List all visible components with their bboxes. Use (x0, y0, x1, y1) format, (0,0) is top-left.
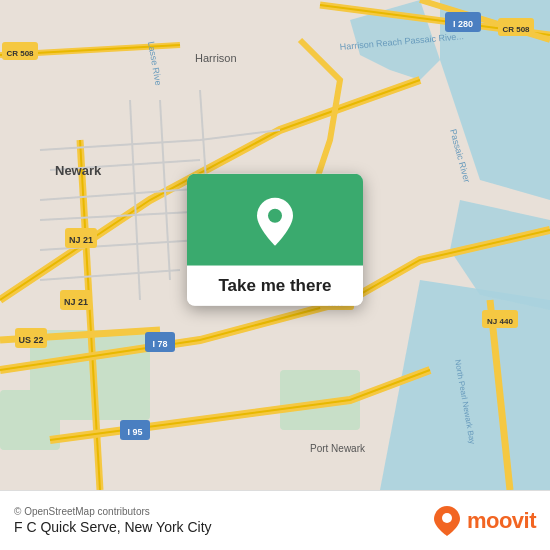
card-green-background (187, 174, 363, 266)
take-me-there-card[interactable]: Take me there (187, 174, 363, 306)
svg-text:NJ 21: NJ 21 (69, 235, 93, 245)
location-name: F C Quick Serve, New York City (14, 519, 212, 535)
svg-text:I 95: I 95 (127, 427, 142, 437)
svg-text:Port Newark: Port Newark (310, 443, 366, 454)
svg-text:NJ 21: NJ 21 (64, 297, 88, 307)
copyright-text: © OpenStreetMap contributors (14, 506, 212, 517)
svg-point-31 (268, 209, 282, 223)
card-label-section[interactable]: Take me there (187, 266, 363, 306)
svg-text:NJ 440: NJ 440 (487, 317, 513, 326)
svg-text:I 280: I 280 (453, 19, 473, 29)
svg-text:Harrison: Harrison (195, 52, 237, 64)
svg-point-32 (442, 513, 452, 523)
svg-text:CR 508: CR 508 (502, 25, 530, 34)
map-container: Harrison Newark NJ 21 NJ 21 US 22 I 78 I… (0, 0, 550, 490)
take-me-there-label: Take me there (218, 276, 331, 296)
bottom-bar: © OpenStreetMap contributors F C Quick S… (0, 490, 550, 550)
svg-text:US 22: US 22 (18, 335, 43, 345)
moovit-brand-text: moovit (467, 508, 536, 534)
svg-text:I 78: I 78 (152, 339, 167, 349)
svg-text:Newark: Newark (55, 163, 102, 178)
moovit-logo[interactable]: moovit (433, 505, 536, 537)
bottom-left: © OpenStreetMap contributors F C Quick S… (14, 506, 212, 535)
location-pin-icon (253, 196, 297, 248)
moovit-pin-icon (433, 505, 461, 537)
svg-text:CR 508: CR 508 (6, 49, 34, 58)
